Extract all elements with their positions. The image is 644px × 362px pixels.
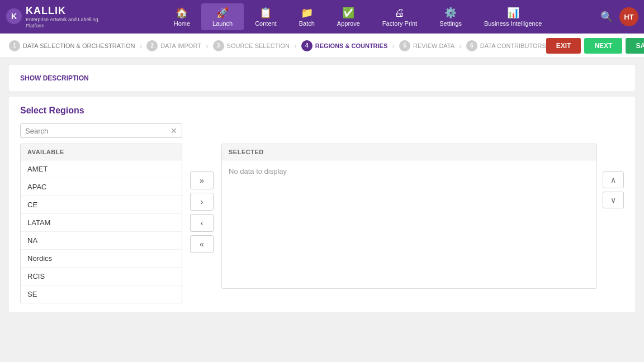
nav-launch-label: Launch (212, 20, 233, 27)
step-2-num: 2 (146, 40, 158, 51)
regions-card: Select Regions ✕ AVAILABLE AMET APAC CE … (9, 97, 635, 312)
nav-factory-print-label: Factory Print (382, 20, 417, 27)
step-6-num: 6 (466, 40, 477, 51)
step-4-label: REGIONS & COUNTRIES (315, 42, 388, 49)
sep-3: › (294, 41, 297, 50)
nav-batch-label: Batch (299, 20, 315, 27)
logo-section: K KALLIK Enterprise Artwork and Labellin… (6, 5, 104, 29)
nav-approve[interactable]: ✅ Approve (326, 3, 371, 30)
selected-header: SELECTED (222, 144, 596, 160)
step-3-num: 3 (213, 40, 224, 51)
show-description-link[interactable]: SHOW DESCRIPTION (20, 74, 89, 82)
top-navigation: K KALLIK Enterprise Artwork and Labellin… (0, 0, 644, 34)
nav-content[interactable]: 📋 Content (244, 3, 288, 30)
main-content: SHOW DESCRIPTION Select Regions ✕ AVAILA… (0, 58, 644, 362)
move-right-button[interactable]: › (190, 193, 214, 211)
nav-right: 🔍 HT (600, 7, 638, 26)
sep-5: › (459, 41, 462, 50)
nav-settings-label: Settings (439, 20, 462, 27)
list-item[interactable]: CE (21, 196, 182, 214)
logo-icon: K (6, 8, 22, 26)
step-3: 3 SOURCE SELECTION (213, 40, 290, 51)
nav-home[interactable]: 🏠 Home (163, 3, 201, 30)
sep-1: › (139, 41, 142, 50)
nav-business-intelligence[interactable]: 📊 Business Intelligence (473, 3, 553, 30)
list-item[interactable]: LATAM (21, 214, 182, 232)
save-button[interactable]: SAVE (626, 38, 644, 54)
logo-text: KALLIK (26, 5, 104, 17)
next-button[interactable]: NEXT (584, 38, 622, 54)
step-1-num: 1 (9, 40, 20, 51)
nav-settings[interactable]: ⚙️ Settings (428, 3, 473, 30)
step-2-label: DATA IMPORT (160, 42, 201, 49)
list-item[interactable]: NA (21, 232, 182, 250)
step-6: 6 DATA CONTRIBUTORS (466, 40, 546, 51)
home-icon: 🏠 (176, 7, 188, 19)
search-input[interactable] (25, 127, 171, 135)
nav-launch[interactable]: 🚀 Launch (201, 3, 244, 30)
search-icon[interactable]: 🔍 (600, 11, 613, 23)
nav-content-label: Content (255, 20, 277, 27)
step-5-label: REVIEW DATA (413, 42, 454, 49)
launch-icon: 🚀 (216, 7, 229, 19)
svg-text:K: K (11, 12, 17, 21)
regions-row: AVAILABLE AMET APAC CE LATAM NA Nordics … (20, 144, 624, 303)
description-card: SHOW DESCRIPTION (9, 65, 635, 91)
factory-print-icon: 🖨 (395, 7, 405, 19)
batch-icon: 📁 (301, 7, 313, 19)
list-item[interactable]: AMET (21, 160, 182, 178)
step-2: 2 DATA IMPORT (146, 40, 201, 51)
step-5-num: 5 (399, 40, 410, 51)
nav-factory-print[interactable]: 🖨 Factory Print (371, 4, 428, 30)
steps-bar: 1 DATA SELECTION & ORCHESTRATION › 2 DAT… (0, 34, 644, 58)
step-5: 5 REVIEW DATA (399, 40, 454, 51)
list-item[interactable]: APAC (21, 178, 182, 196)
available-header: AVAILABLE (21, 144, 182, 160)
search-box: ✕ (20, 123, 182, 138)
step-1-label: DATA SELECTION & ORCHESTRATION (23, 42, 135, 49)
step-4-num: 4 (301, 40, 312, 51)
list-item[interactable]: RCIS (21, 268, 182, 285)
step-3-label: SOURCE SELECTION (227, 42, 290, 49)
move-up-button[interactable]: ∧ (603, 172, 624, 188)
logo-subtitle: Enterprise Artwork and Labelling Platfor… (26, 17, 104, 29)
step-1: 1 DATA SELECTION & ORCHESTRATION (9, 40, 135, 51)
clear-search-icon[interactable]: ✕ (171, 126, 177, 135)
nav-items: 🏠 Home 🚀 Launch 📋 Content 📁 Batch ✅ Appr… (115, 3, 600, 30)
selected-box: SELECTED No data to display (221, 144, 597, 289)
approve-icon: ✅ (342, 7, 354, 19)
bi-icon: 📊 (507, 7, 519, 19)
transfer-buttons: » › ‹ « (182, 172, 221, 253)
content-icon: 📋 (259, 7, 272, 19)
step-6-label: DATA CONTRIBUTORS (480, 42, 546, 49)
selected-panel: SELECTED No data to display (221, 144, 597, 289)
list-item[interactable]: Nordics (21, 250, 182, 268)
nav-bi-label: Business Intelligence (484, 20, 542, 27)
exit-button[interactable]: EXIT (546, 38, 581, 54)
nav-approve-label: Approve (337, 20, 360, 27)
move-left-button[interactable]: ‹ (190, 214, 214, 232)
step-4: 4 REGIONS & COUNTRIES (301, 40, 388, 51)
sep-4: › (392, 41, 395, 50)
updown-buttons: ∧ ∨ (603, 172, 624, 208)
move-all-right-button[interactable]: » (190, 172, 214, 189)
sep-2: › (206, 41, 209, 50)
nav-batch[interactable]: 📁 Batch (288, 3, 326, 30)
nav-home-label: Home (174, 20, 190, 27)
available-box: AVAILABLE AMET APAC CE LATAM NA Nordics … (20, 144, 182, 303)
no-data-text: No data to display (222, 160, 596, 182)
move-down-button[interactable]: ∨ (603, 192, 624, 208)
avatar[interactable]: HT (619, 7, 638, 26)
available-panel: AVAILABLE AMET APAC CE LATAM NA Nordics … (20, 144, 182, 303)
list-item[interactable]: SE (21, 285, 182, 303)
move-all-left-button[interactable]: « (190, 235, 214, 253)
steps-actions: EXIT NEXT SAVE DELETE TASK (546, 34, 644, 58)
section-title: Select Regions (20, 106, 624, 116)
settings-icon: ⚙️ (444, 7, 457, 19)
